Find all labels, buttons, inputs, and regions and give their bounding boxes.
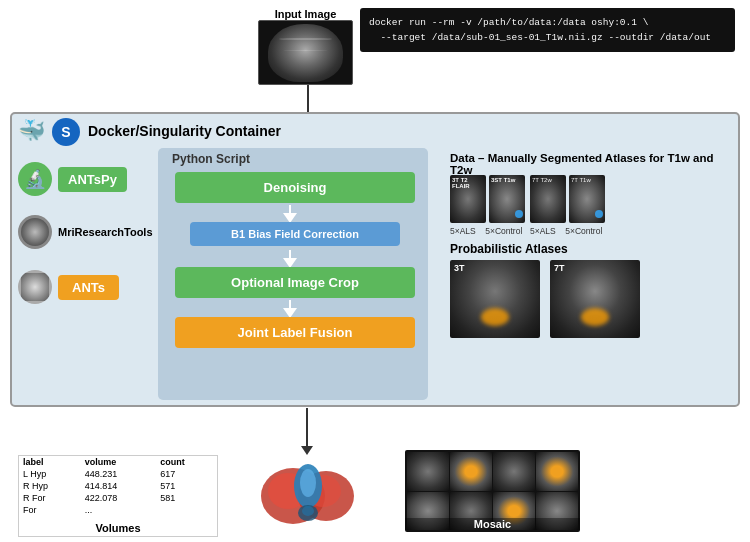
antspy-label: ANTsPy	[58, 167, 127, 192]
arrow-2	[283, 250, 297, 268]
mri-label: MriResearchTools	[58, 226, 153, 238]
col-label: label	[19, 456, 81, 468]
input-image-box	[258, 20, 353, 85]
table-row: R Hyp 414.814 571	[19, 480, 217, 492]
atlas-label-2: 5×ALS 5×Control	[530, 226, 602, 236]
svg-point-5	[300, 469, 316, 497]
arrow-1	[283, 205, 297, 223]
mosaic-cell	[493, 452, 535, 491]
arrow-3	[283, 300, 297, 318]
brain-3d-visualization	[228, 448, 388, 538]
prob-atlas-3t: 3T	[450, 260, 540, 338]
data-section-title: Data – Manually Segmented Atlases for T1…	[450, 152, 730, 176]
step-optional-crop: Optional Image Crop	[175, 267, 415, 298]
ants-label: ANTs	[58, 275, 119, 300]
svg-point-7	[302, 506, 314, 516]
docker-container-label: Docker/Singularity Container	[88, 123, 281, 139]
tool-ants: ANTs	[18, 270, 119, 304]
table-row: L Hyp 448.231 617	[19, 468, 217, 480]
mri-icon	[18, 215, 52, 249]
antspy-icon: 🔬	[18, 162, 52, 196]
atlas-img-3: 7T T2w	[530, 175, 566, 223]
ants-icon	[18, 270, 52, 304]
atlas-group-2: 7T T2w 7T T1w	[530, 175, 605, 223]
col-count: count	[156, 456, 217, 468]
volumes-box: label volume count L Hyp 448.231 617 R H…	[18, 455, 218, 537]
atlas-img-1: 3T T2 FLAIR	[450, 175, 486, 223]
mosaic-cell	[536, 452, 578, 491]
atlas-group-1: 3T T2 FLAIR 3ST T1w	[450, 175, 525, 223]
atlas-label-1: 5×ALS 5×Control	[450, 226, 522, 236]
docker-icon: 🐳	[18, 118, 45, 144]
volumes-label: Volumes	[19, 520, 217, 536]
volumes-table: label volume count L Hyp 448.231 617 R H…	[19, 456, 217, 516]
prob-atlas-title: Probabilistic Atlases	[450, 242, 568, 256]
step-b1: B1 Bias Field Correction	[190, 222, 400, 246]
python-script-label: Python Script	[172, 152, 250, 166]
table-row: For ...	[19, 504, 217, 516]
table-row: R For 422.078 581	[19, 492, 217, 504]
singularity-icon: S	[52, 118, 80, 146]
atlas-img-2: 3ST T1w	[489, 175, 525, 223]
mosaic-cell	[407, 452, 449, 491]
atlas-img-4: 7T T1w	[569, 175, 605, 223]
tool-mri: MriResearchTools	[18, 215, 153, 249]
step-joint-label: Joint Label Fusion	[175, 317, 415, 348]
prob-atlas-7t: 7T	[550, 260, 640, 338]
mosaic-label: Mosaic	[405, 518, 580, 530]
tool-antspy: 🔬 ANTsPy	[18, 162, 127, 196]
step-denoising: Denoising	[175, 172, 415, 203]
input-image-label: Input Image	[258, 8, 353, 20]
command-box: docker run --rm -v /path/to/data:/data o…	[360, 8, 735, 52]
col-volume: volume	[81, 456, 157, 468]
mosaic-box: Mosaic	[405, 450, 580, 532]
mosaic-cell	[450, 452, 492, 491]
